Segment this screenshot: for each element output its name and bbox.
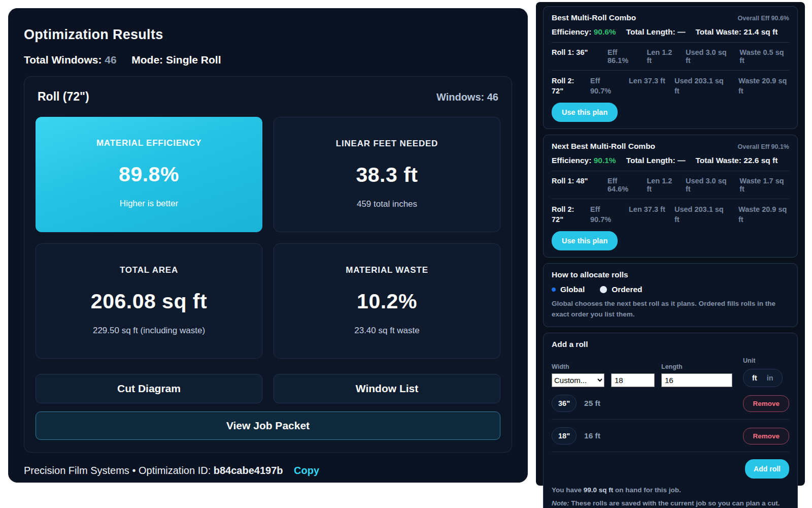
radio-label: Global [560,285,585,294]
roll-waste: Waste 20.9 sq ft [738,205,788,225]
saved-roll-row: 36" 25 ft Remove [552,387,789,420]
roll-used: Used 203.1 sq ft [674,205,730,225]
saved-roll-row: 18" 16 ft Remove [552,420,789,452]
stat-subtext: 229.50 sq ft (including waste) [45,326,253,336]
add-roll-fields: Width Custom... Length Unit ft in [552,357,789,387]
roll-title: Roll (72") [38,90,89,104]
stats-grid: MATERIAL EFFICIENCY 89.8% Higher is bett… [36,117,500,359]
radio-selected-icon [552,288,556,292]
roll-width-badge: 18" [552,427,577,444]
roll-waste: Waste 1.7 sq ft [739,177,789,193]
combo-card-best: Best Multi-Roll Combo Overall Eff 90.6% … [543,6,798,129]
roll-eff: Eff 90.7% [590,205,621,225]
total-length-value: — [678,27,686,36]
radio-global[interactable]: Global [552,285,585,294]
roll-name: Roll 1: 48" [552,177,600,185]
cut-diagram-button[interactable]: Cut Diagram [36,374,262,403]
total-length-value: — [678,156,686,165]
mode-label: Mode: [131,54,163,66]
efficiency-label: Efficiency: [552,27,591,36]
radio-label: Ordered [612,285,642,294]
on-hand-text: You have 99.0 sq ft on hand for this job… [552,486,789,494]
add-roll-button[interactable]: Add roll [745,459,789,479]
total-waste-value: 22.6 sq ft [743,156,777,165]
view-job-packet-button[interactable]: View Job Packet [36,411,500,440]
use-this-plan-button[interactable]: Use this plan [552,231,618,250]
total-waste-value: 21.4 sq ft [743,27,777,36]
radio-unselected-icon [600,286,607,293]
width-label: Width [552,363,655,370]
divider [552,42,789,43]
stat-card-linear-feet: LINEAR FEET NEEDED 38.3 ft 459 total inc… [274,117,500,232]
combo-metrics: Efficiency: 90.6% Total Length: — Total … [552,27,789,37]
roll-windows-count: Windows: 46 [436,91,498,103]
mode-value: Single Roll [166,54,221,66]
width-select[interactable]: Custom... [552,373,604,387]
roll-eff: Eff 86.1% [607,48,639,65]
optimization-id-label: Optimization ID: [139,465,211,476]
allocation-description: Global chooses the next best roll as it … [552,299,789,320]
roll-waste: Waste 20.9 sq ft [738,76,788,96]
combo-roll-row: Roll 1: 48" Eff 64.6% Len 1.2 ft Used 3.… [552,177,789,193]
combo-roll-row: Roll 2: 72" Eff 90.7% Len 37.3 ft Used 2… [552,205,789,225]
unit-toggle: ft in [743,369,783,387]
roll-width-badge: 36" [552,395,577,412]
divider [552,199,789,199]
length-input[interactable] [661,373,732,387]
total-length-label: Total Length: [626,27,675,36]
combo-card-next-best: Next Best Multi-Roll Combo Overall Eff 9… [543,135,798,258]
stat-value: 89.8% [45,163,253,186]
total-windows-value: 46 [105,54,116,66]
note-text: Note: These rolls are saved with the cur… [552,498,789,508]
combo-roll-row: Roll 2: 72" Eff 90.7% Len 37.3 ft Used 2… [552,76,789,96]
allocation-card: How to allocate rolls Global Ordered Glo… [543,263,798,327]
unit-in-toggle[interactable]: in [767,374,773,382]
roll-card: Roll (72") Windows: 46 MATERIAL EFFICIEN… [24,76,512,453]
stat-value: 10.2% [283,290,491,313]
combo-title: Best Multi-Roll Combo [552,13,636,22]
stat-subtext: 459 total inches [283,199,491,209]
copy-id-link[interactable]: Copy [294,465,319,476]
unit-ft-toggle[interactable]: ft [752,374,757,382]
stat-card-material-waste: MATERIAL WASTE 10.2% 23.40 sq ft waste [274,243,500,359]
roll-eff: Eff 64.6% [607,177,639,193]
stat-card-material-efficiency: MATERIAL EFFICIENCY 89.8% Higher is bett… [36,117,262,232]
efficiency-value: 90.6% [594,27,616,36]
roll-name: Roll 2: 72" [552,205,582,225]
allocation-options: Global Ordered [552,285,789,294]
stat-value: 38.3 ft [283,163,491,187]
add-roll-card: Add a roll Width Custom... Length Unit f… [543,333,798,508]
roll-name: Roll 2: 72" [552,76,582,96]
combo-roll-row: Roll 1: 36" Eff 86.1% Len 1.2 ft Used 3.… [552,48,789,65]
stat-value: 206.08 sq ft [45,290,253,313]
footer-dot: • [132,465,136,476]
stat-label: MATERIAL EFFICIENCY [45,138,253,148]
right-sidebar: Best Multi-Roll Combo Overall Eff 90.6% … [536,2,805,486]
page-title: Optimization Results [24,27,512,43]
roll-used: Used 3.0 sq ft [686,48,732,65]
total-waste-label: Total Waste: [695,156,741,165]
add-roll-title: Add a roll [552,340,789,349]
remove-roll-button[interactable]: Remove [743,428,789,444]
width-input[interactable] [611,373,655,387]
roll-card-header: Roll (72") Windows: 46 [36,90,500,104]
use-this-plan-button[interactable]: Use this plan [552,103,618,122]
efficiency-value: 90.1% [594,156,616,165]
roll-used: Used 3.0 sq ft [686,177,732,193]
divider [552,171,789,171]
roll-length-text: 16 ft [584,431,743,440]
combo-overall-eff: Overall Eff 90.6% [738,15,789,22]
window-list-button[interactable]: Window List [274,374,500,403]
roll-len: Len 1.2 ft [647,48,678,65]
stat-label: MATERIAL WASTE [283,265,491,275]
remove-roll-button[interactable]: Remove [743,395,789,412]
roll-len: Len 1.2 ft [647,177,678,193]
roll-card-actions: Cut Diagram Window List [36,374,500,403]
stat-label: LINEAR FEET NEEDED [283,139,491,149]
footer: Precision Film Systems • Optimization ID… [24,465,512,477]
roll-waste: Waste 0.5 sq ft [739,48,789,65]
radio-ordered[interactable]: Ordered [600,285,642,294]
total-windows-label: Total Windows: [24,54,101,66]
roll-len: Len 37.3 ft [629,76,666,96]
total-waste-label: Total Waste: [695,27,741,36]
